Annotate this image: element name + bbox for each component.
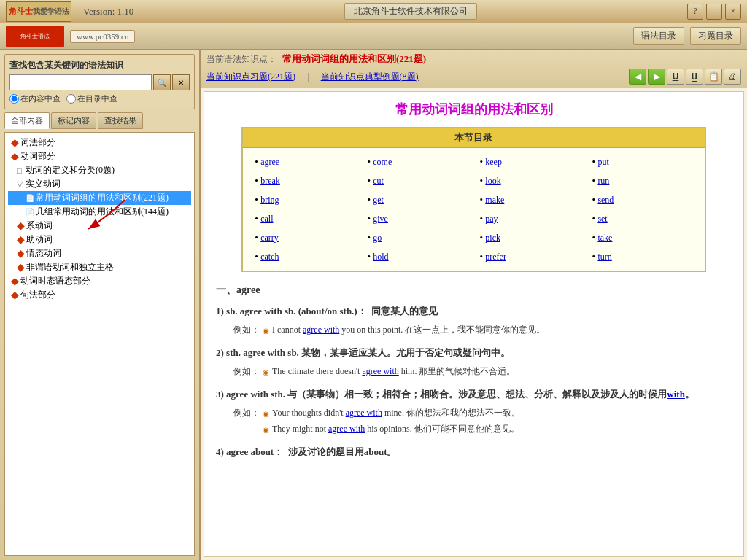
- toc-link-put[interactable]: put: [597, 157, 608, 167]
- toc-cell: • keep: [473, 154, 586, 170]
- print-button[interactable]: 🖨: [724, 69, 741, 85]
- page-title: 常用动词词组的用法和区别: [216, 101, 732, 118]
- toc-link-pick[interactable]: pick: [485, 233, 500, 243]
- tree-item-feiwei[interactable]: ◆ 非谓语动词和独立主格: [8, 260, 191, 274]
- tree-panel: ◆ 词法部分 ◆ 动词部分 □ 动词的定义和分类(0题) ▽ 实义动词 📄 常用…: [4, 132, 195, 556]
- toolbar-logo: 角斗士语法: [6, 26, 64, 47]
- toc-link-run[interactable]: run: [597, 176, 609, 186]
- toc-link-carry[interactable]: carry: [260, 233, 279, 243]
- toc-cell: • go: [361, 230, 473, 246]
- tree-label: 助动词: [26, 233, 53, 246]
- highlight-agree1: agree with: [303, 324, 339, 335]
- knowledge-point: 当前语法知识点： 常用动词词组的用法和区别(221题): [206, 52, 741, 66]
- toc-link-bring[interactable]: bring: [260, 195, 279, 205]
- tree-label: 几组常用动词的用法和区别(144题): [36, 206, 169, 218]
- tree-item-qingtai[interactable]: ◆ 情态动词: [8, 246, 191, 260]
- knowledge-value: 常用动词词组的用法和区别(221题): [282, 52, 426, 66]
- toc-link-agree[interactable]: agree: [260, 157, 279, 167]
- bullet-icon: ◉: [263, 324, 269, 338]
- tree-item-cifu[interactable]: ◆ 词法部分: [8, 136, 191, 149]
- toc-cell: • break: [249, 173, 361, 189]
- search-radio-row: 在内容中查 在目录中查: [9, 93, 190, 104]
- toc-cell: • prefer: [473, 249, 586, 265]
- prev-button[interactable]: ◀: [629, 69, 646, 85]
- toc-link-make[interactable]: make: [485, 195, 504, 205]
- tree-item-jufa[interactable]: ◆ 句法部分: [8, 288, 191, 302]
- search-clear-button[interactable]: ✕: [172, 74, 190, 90]
- search-input[interactable]: [9, 74, 152, 90]
- tree-item-shitai[interactable]: ◆ 动词时态语态部分: [8, 274, 191, 288]
- typical-exercises-link[interactable]: 当前知识点典型例题(8题): [321, 71, 419, 83]
- tab-all-content[interactable]: 全部内容: [4, 112, 50, 129]
- tree-label: 非谓语动词和独立主格: [26, 261, 114, 273]
- toc-link-catch[interactable]: catch: [260, 252, 279, 262]
- window-controls: ? — ×: [687, 4, 741, 20]
- toc-link-pay[interactable]: pay: [485, 214, 498, 224]
- format-u2-button[interactable]: U̲: [686, 69, 703, 85]
- tab-search-results[interactable]: 查找结果: [98, 112, 143, 129]
- diamond-icon: ◆: [11, 136, 19, 149]
- search-button[interactable]: 🔍: [153, 74, 171, 90]
- next-button[interactable]: ▶: [648, 69, 665, 85]
- content-block-3: 3) agree with sth. 与（某事物）相一致；相符合；相吻合。涉及意…: [216, 386, 732, 438]
- diamond-icon: ◆: [11, 289, 19, 301]
- main-layout: 查找包含某关键词的语法知识 🔍 ✕ 在内容中查 在目录中查 全部内容 标记内容: [0, 50, 747, 560]
- toc-link-look[interactable]: look: [485, 176, 500, 186]
- format-u-button[interactable]: U: [667, 69, 684, 85]
- tree-item-dingyi[interactable]: □ 动词的定义和分类(0题): [8, 163, 191, 177]
- toc-link-go[interactable]: go: [373, 233, 382, 243]
- toc-link-cut[interactable]: cut: [373, 176, 384, 186]
- tabs-row: 全部内容 标记内容 查找结果: [4, 112, 195, 129]
- content-block-2: 2) sth. agree with sb. 某物，某事适应某人。尤用于否定句或…: [216, 344, 732, 380]
- toc-link-hold[interactable]: hold: [373, 252, 388, 262]
- content-block-1: 1) sb. agree with sb. (about/on sth.)： 同…: [216, 303, 732, 338]
- titlebar-left: 角斗士 我爱学语法 Version: 1.10: [6, 1, 133, 22]
- toc-link-set[interactable]: set: [597, 214, 607, 224]
- tree-item-xidongci[interactable]: ◆ 系动词: [8, 219, 191, 233]
- toc-link-keep[interactable]: keep: [485, 157, 502, 167]
- right-header: 当前语法知识点： 常用动词词组的用法和区别(221题) 当前知识点习题(221题…: [201, 50, 747, 88]
- tree-item-changyong[interactable]: 📄 常用动词词组的用法和区别(221题): [8, 191, 191, 205]
- help-button[interactable]: ?: [687, 4, 703, 20]
- tree-label: 系动词: [26, 219, 53, 232]
- nav-button-group: ◀ ▶ U U̲ 📋 🖨: [629, 69, 741, 85]
- search-title: 查找包含某关键词的语法知识: [9, 59, 190, 71]
- exercises-link[interactable]: 当前知识点习题(221题): [206, 71, 295, 83]
- file-icon: 📄: [26, 194, 34, 202]
- minimize-button[interactable]: —: [706, 4, 722, 20]
- diamond-icon: ◆: [17, 247, 25, 260]
- toc-link-turn[interactable]: turn: [597, 252, 611, 262]
- toc-link-break[interactable]: break: [260, 176, 280, 186]
- tree-item-shiyi[interactable]: ▽ 实义动词: [8, 177, 191, 191]
- toc-link-give[interactable]: give: [373, 214, 388, 224]
- toc-link-prefer[interactable]: prefer: [485, 252, 506, 262]
- tab-marked-content[interactable]: 标记内容: [51, 112, 96, 129]
- toc-link-get[interactable]: get: [373, 195, 384, 205]
- radio-content[interactable]: 在内容中查: [9, 93, 61, 104]
- toc-link-take[interactable]: take: [597, 233, 612, 243]
- toc-link-send[interactable]: send: [597, 195, 614, 205]
- copy-button[interactable]: 📋: [705, 69, 722, 85]
- diamond-icon: ◆: [11, 275, 19, 287]
- close-button[interactable]: ×: [725, 4, 741, 20]
- toc-cell: • pay: [473, 211, 586, 227]
- tree-item-zhudongci[interactable]: ◆ 助动词: [8, 233, 191, 246]
- tree-item-dongci[interactable]: ◆ 动词部分: [8, 149, 191, 163]
- radio-catalog[interactable]: 在目录中查: [66, 93, 117, 104]
- tree-item-jizu[interactable]: 📄 几组常用动词的用法和区别(144题): [8, 205, 191, 219]
- file-icon: 📄: [26, 208, 34, 216]
- toc-cell: • set: [587, 211, 699, 227]
- toc-cell: • send: [587, 192, 699, 208]
- nav-row: 当前知识点习题(221题) | 当前知识点典型例题(8题) ◀ ▶ U U̲ 📋…: [206, 69, 741, 85]
- knowledge-label: 当前语法知识点：: [206, 53, 276, 66]
- toc-cell: • come: [361, 154, 473, 170]
- tree-label: 实义动词: [26, 178, 61, 190]
- toc-link-come[interactable]: come: [373, 157, 392, 167]
- grammar-catalog-button[interactable]: 语法目录: [633, 27, 684, 45]
- tree-label: 常用动词词组的用法和区别(221题): [36, 192, 169, 204]
- exercises-catalog-button[interactable]: 习题目录: [690, 27, 741, 45]
- toc-link-call[interactable]: call: [260, 214, 273, 224]
- toc-cell: • catch: [249, 249, 361, 265]
- logo-box: 角斗士语法: [6, 26, 64, 47]
- search-input-row: 🔍 ✕: [9, 74, 190, 90]
